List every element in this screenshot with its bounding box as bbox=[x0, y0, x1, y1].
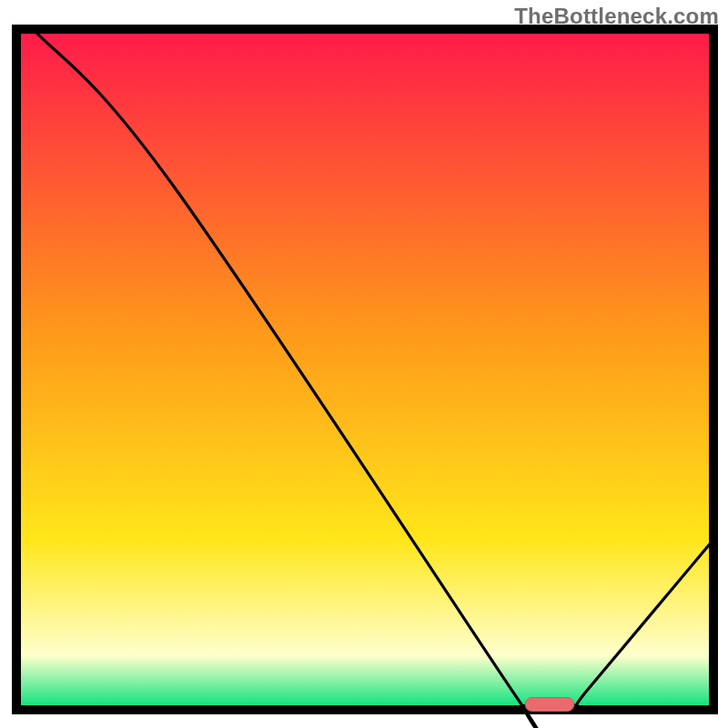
gradient-background bbox=[16, 29, 713, 710]
chart-container: { "watermark": "TheBottleneck.com", "col… bbox=[0, 0, 728, 728]
optimum-marker bbox=[525, 698, 574, 712]
bottleneck-chart bbox=[0, 0, 728, 728]
